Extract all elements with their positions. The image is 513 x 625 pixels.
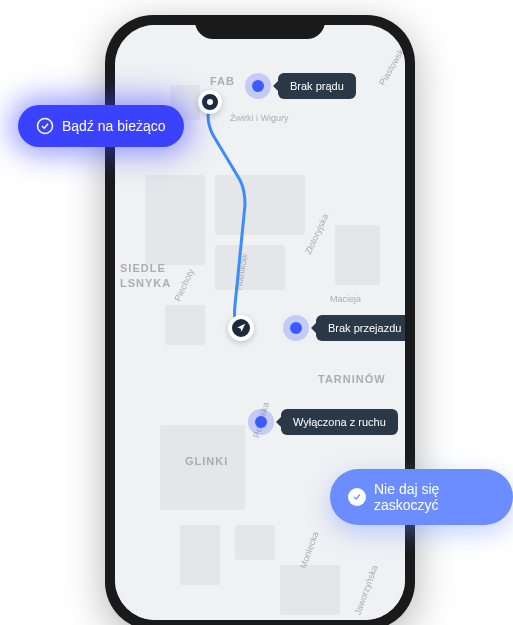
pill-no-surprises[interactable]: Nie daj się zaskoczyć	[330, 469, 513, 525]
phone-notch	[195, 15, 325, 39]
map-tooltip-passage[interactable]: Brak przejazdu	[316, 315, 405, 341]
svg-point-0	[38, 119, 53, 134]
tooltip-label: Brak przejazdu	[328, 322, 401, 334]
alert-marker[interactable]	[290, 322, 302, 334]
pill-stay-updated[interactable]: Bądź na bieżąco	[18, 105, 184, 147]
navigation-icon	[236, 323, 246, 333]
check-circle-icon	[36, 117, 54, 135]
alert-marker[interactable]	[252, 80, 264, 92]
alert-marker[interactable]	[255, 416, 267, 428]
map-tooltip-closed[interactable]: Wyłączona z ruchu	[281, 409, 398, 435]
pill-label: Nie daj się zaskoczyć	[374, 481, 495, 513]
check-filled-icon	[348, 488, 366, 506]
map-tooltip-power[interactable]: Brak prądu	[278, 73, 356, 99]
tooltip-label: Brak prądu	[290, 80, 344, 92]
tooltip-label: Wyłączona z ruchu	[293, 416, 386, 428]
route-end-marker[interactable]	[228, 315, 254, 341]
route-start-marker[interactable]	[198, 90, 222, 114]
pill-label: Bądź na bieżąco	[62, 118, 166, 134]
